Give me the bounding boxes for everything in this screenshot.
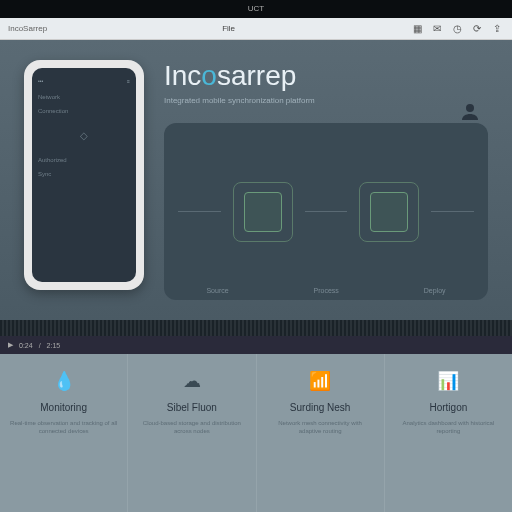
chart-icon: 📊 [435,368,461,394]
video-time-separator: / [39,342,41,349]
phone-menu-item: Authorized [38,157,130,163]
phone-mockup: ••• ≡ Network Connection ◇ Authorized Sy… [24,60,144,290]
diagram-label: Deploy [424,287,446,294]
brand-prefix: Inc [164,60,201,91]
grid-icon[interactable]: ▦ [410,22,424,36]
diagram-connector [431,211,474,212]
feature-card[interactable]: 💧 Monitoring Real-time observation and t… [0,354,128,512]
feature-card[interactable]: 📶 Surding Nesh Network mesh connectivity… [257,354,385,512]
diagram-connector [305,211,348,212]
feature-desc: Cloud-based storage and distribution acr… [138,419,245,436]
diagram-node [233,182,293,242]
phone-status-right: ≡ [127,78,130,86]
toolbar-tab-file[interactable]: File [214,22,243,35]
video-time-current: 0:24 [19,342,33,349]
play-icon[interactable]: ▶ [8,341,13,349]
hero-section: ••• ≡ Network Connection ◇ Authorized Sy… [0,40,512,320]
hero-content: Incosarrep Integrated mobile synchroniza… [164,60,488,300]
architecture-diagram: Source Process Deploy [164,123,488,300]
feature-desc: Real-time observation and tracking of al… [10,419,117,436]
feature-title: Surding Nesh [267,402,374,413]
brand-title: Incosarrep [164,60,488,92]
refresh-icon[interactable]: ⟳ [470,22,484,36]
feature-title: Monitoring [10,402,117,413]
feature-title: Hortigon [395,402,502,413]
share-icon[interactable]: ⇪ [490,22,504,36]
signal-icon: 📶 [307,368,333,394]
phone-center-icon: ◇ [38,130,130,141]
brand-suffix: sarrep [217,60,296,91]
video-control-bar: ▶ 0:24 / 2:15 [0,336,512,354]
phone-menu-item: Connection [38,108,130,114]
feature-desc: Network mesh connectivity with adaptive … [267,419,374,436]
video-time-total: 2:15 [47,342,61,349]
feature-desc: Analytics dashboard with historical repo… [395,419,502,436]
phone-menu-item: Network [38,94,130,100]
cloud-icon: ☁ [179,368,205,394]
droplet-icon: 💧 [51,368,77,394]
chat-icon[interactable]: ✉ [430,22,444,36]
phone-menu-item: Sync [38,171,130,177]
phone-status-left: ••• [38,78,43,86]
section-divider [0,320,512,336]
toolbar: IncoSarrep File ▦ ✉ ◷ ⟳ ⇪ [0,18,512,40]
diagram-node [359,182,419,242]
title-bar-label: UCT [248,4,264,13]
phone-screen: ••• ≡ Network Connection ◇ Authorized Sy… [32,68,136,282]
diagram-label: Source [206,287,228,294]
feature-card[interactable]: 📊 Hortigon Analytics dashboard with hist… [385,354,512,512]
feature-title: Sibel Fluon [138,402,245,413]
features-row: 💧 Monitoring Real-time observation and t… [0,354,512,512]
toolbar-brand-label: IncoSarrep [8,24,47,33]
brand-accent: o [201,60,217,91]
diagram-labels: Source Process Deploy [164,287,488,294]
avatar-badge[interactable] [458,100,482,124]
feature-card[interactable]: ☁ Sibel Fluon Cloud-based storage and di… [128,354,256,512]
diagram-connector [178,211,221,212]
tagline: Integrated mobile synchronization platfo… [164,96,488,105]
phone-status-bar: ••• ≡ [38,78,130,86]
svg-point-0 [466,104,474,112]
diagram-label: Process [314,287,339,294]
clock-icon[interactable]: ◷ [450,22,464,36]
title-bar: UCT [0,0,512,18]
